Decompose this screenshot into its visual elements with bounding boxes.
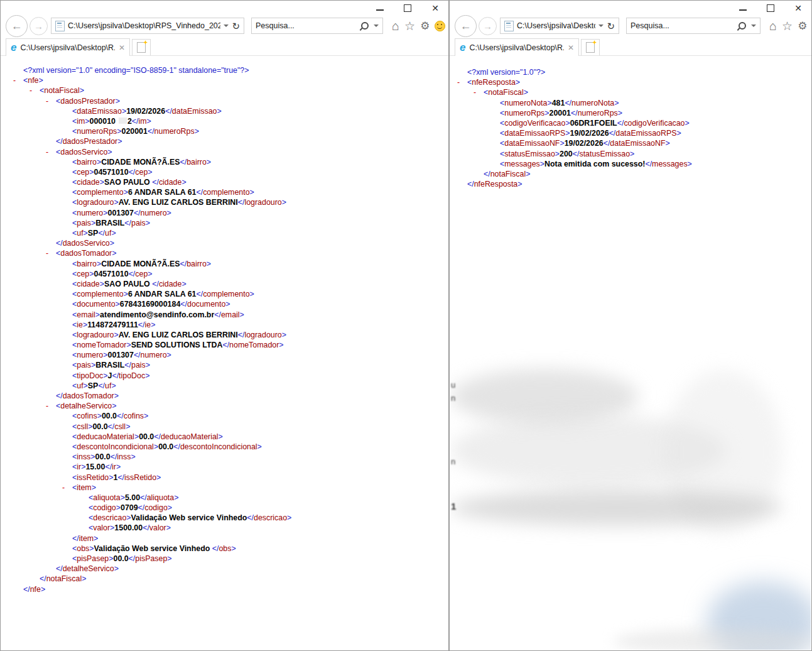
collapse-toggle[interactable]: - [46, 248, 48, 258]
search-dropdown-icon[interactable] [751, 25, 756, 27]
address-dropdown-icon[interactable] [598, 25, 604, 27]
xml-line: <csll>00.0</csll> [1, 422, 448, 432]
xml-line: <descricao>Validação Web service Vinhedo… [1, 513, 448, 523]
collapse-toggle[interactable]: - [46, 147, 48, 157]
refresh-icon[interactable]: ↻ [232, 21, 240, 31]
xml-line: <statusEmissao>200</statusEmissao> [450, 149, 811, 159]
xml-line: </nfe> [1, 584, 448, 594]
minimize-button[interactable] [376, 4, 384, 12]
tab-close-button[interactable]: ✕ [119, 43, 125, 52]
search-dropdown-icon[interactable] [374, 25, 379, 27]
collapse-toggle[interactable]: - [46, 401, 48, 411]
xml-line: -<item> [1, 483, 448, 493]
xml-line: </dadosPrestador> [1, 136, 448, 146]
xml-line: -<notaFiscal> [1, 85, 448, 96]
collapse-toggle[interactable]: - [62, 483, 65, 493]
redacted-value [119, 118, 127, 124]
xml-line: <pisPasep>00.0</pisPasep> [1, 554, 448, 564]
forward-button[interactable]: → [30, 17, 48, 35]
xml-line: </item> [1, 533, 448, 544]
search-box[interactable]: Pesquisa... [251, 18, 383, 34]
xml-line: </dadosTomador> [1, 391, 448, 401]
maximize-button[interactable] [403, 4, 412, 12]
xml-line: <?xml version="1.0"?> [450, 67, 811, 77]
search-placeholder[interactable]: Pesquisa... [631, 21, 735, 30]
xml-line: <aliquota>5.00</aliquota> [1, 493, 448, 503]
xml-line: <issRetido>1</issRetido> [1, 473, 448, 483]
new-tab-button[interactable] [581, 39, 600, 55]
favorites-star-icon[interactable]: ☆ [782, 20, 793, 32]
forward-arrow-icon: → [34, 21, 43, 31]
tab-close-button[interactable]: ✕ [568, 43, 574, 52]
tab-title: C:\Users\jpsilva\Desktop\R... [469, 43, 563, 52]
xml-line: <dataEmissaoNF>19/02/2026</dataEmissaoNF… [450, 138, 811, 148]
collapse-toggle[interactable]: - [30, 85, 32, 96]
minimize-button[interactable] [739, 4, 747, 12]
page-content-right: <?xml version="1.0"?>-<nfeResposta>-<not… [450, 56, 811, 650]
page-content-left: <?xml version="1.0" encoding="ISO-8859-1… [1, 56, 448, 650]
xml-line: <numero>001307</numero> [1, 350, 448, 360]
search-icon[interactable] [739, 22, 746, 30]
minimize-icon [739, 9, 747, 11]
xml-line: <deducaoMaterial>00.0</deducaoMaterial> [1, 432, 448, 442]
back-button[interactable]: ← [6, 15, 28, 37]
settings-gear-icon[interactable]: ⚙ [420, 21, 430, 31]
browser-window-right: ✕ ← → C:\Users\jpsilva\Desktop\I ↻ Pesqu… [449, 0, 812, 651]
collapse-toggle[interactable]: - [46, 96, 48, 106]
xml-line: -<nfeResposta> [450, 77, 811, 87]
xml-line: <cidade>SAO PAULO </cidade> [1, 177, 448, 187]
maximize-button[interactable] [766, 4, 775, 12]
back-button[interactable]: ← [455, 15, 477, 37]
xml-line: <pais>BRASIL</pais> [1, 360, 448, 370]
xml-line: <messages>Nota emitida com sucesso!</mes… [450, 159, 811, 169]
xml-line: <numeroRps>20001</numeroRps> [450, 108, 811, 118]
navigation-bar-left: ← → C:\Users\jpsilva\Desktop\RPS_Vinhedo… [1, 14, 448, 37]
address-text[interactable]: C:\Users\jpsilva\Desktop\RPS_Vinhedo_202… [68, 21, 220, 30]
new-tab-icon [586, 42, 595, 53]
xml-line: <descontoIncondicional>00.0</descontoInc… [1, 442, 448, 452]
xml-line: </detalheServico> [1, 564, 448, 574]
collapse-toggle[interactable]: - [457, 77, 460, 87]
toolbar-icons-left: ⌂ ☆ ⚙ [392, 19, 445, 32]
feedback-smiley-icon[interactable] [435, 21, 445, 31]
minimize-icon [376, 9, 384, 11]
window-controls-left: ✕ [376, 4, 440, 12]
forward-button[interactable]: → [479, 17, 497, 35]
xml-line: <tipoDoc>J</tipoDoc> [1, 371, 448, 381]
settings-gear-icon[interactable]: ⚙ [798, 21, 807, 31]
search-placeholder[interactable]: Pesquisa... [256, 21, 358, 30]
tab[interactable]: e C:\Users\jpsilva\Desktop\R... ✕ [6, 38, 130, 56]
title-bar-left: ✕ [1, 1, 448, 14]
xml-line: <inss>00.0</inss> [1, 452, 448, 462]
close-button[interactable]: ✕ [431, 4, 440, 12]
home-icon[interactable]: ⌂ [392, 19, 399, 32]
tab[interactable]: e C:\Users\jpsilva\Desktop\R... ✕ [455, 38, 579, 56]
collapse-toggle[interactable]: - [13, 75, 16, 85]
xml-line: -<notaFiscal> [450, 87, 811, 97]
search-box[interactable]: Pesquisa... [626, 18, 761, 34]
xml-document-response: <?xml version="1.0"?>-<nfeResposta>-<not… [450, 56, 811, 650]
xml-line: <documento>67843169000184</documento> [1, 299, 448, 309]
navigation-bar-right: ← → C:\Users\jpsilva\Desktop\I ↻ Pesquis… [450, 14, 811, 37]
xml-line: <uf>SP</uf> [1, 228, 448, 238]
address-bar[interactable]: C:\Users\jpsilva\Desktop\I ↻ [500, 18, 619, 34]
search-icon[interactable] [361, 22, 369, 30]
xml-line: <logradouro>AV. ENG LUIZ CARLOS BERRINI<… [1, 330, 448, 340]
address-dropdown-icon[interactable] [224, 25, 229, 27]
favorites-star-icon[interactable]: ☆ [404, 20, 415, 32]
xml-line: <cep>04571010</cep> [1, 269, 448, 279]
xml-line: </nfeResposta> [450, 179, 811, 189]
xml-line: <ie>114872479111</ie> [1, 320, 448, 330]
xml-line: </dadosServico> [1, 238, 448, 248]
collapse-toggle[interactable]: - [474, 87, 476, 97]
new-tab-button[interactable] [132, 39, 151, 55]
back-arrow-icon: ← [11, 19, 23, 33]
close-button[interactable]: ✕ [794, 4, 803, 12]
xml-line: -<nfe> [1, 75, 448, 85]
refresh-icon[interactable]: ↻ [607, 21, 615, 31]
address-text[interactable]: C:\Users\jpsilva\Desktop\I [517, 21, 595, 30]
xml-line: <obs>Validação Web service Vinhedo </obs… [1, 544, 448, 554]
home-icon[interactable]: ⌂ [769, 19, 777, 32]
tab-strip-right: e C:\Users\jpsilva\Desktop\R... ✕ [450, 37, 811, 56]
address-bar[interactable]: C:\Users\jpsilva\Desktop\RPS_Vinhedo_202… [51, 18, 244, 34]
